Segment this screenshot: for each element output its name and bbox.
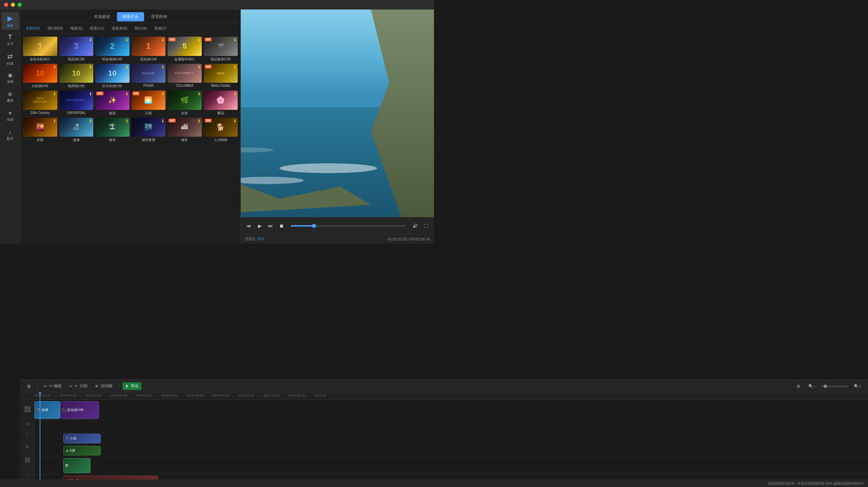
list-item[interactable]: 5 VIP ⬇ 金属圆环倒计: [167, 37, 202, 62]
sidebar-item-overlay[interactable]: ⊕ 叠附: [1, 88, 19, 106]
sidebar-label-transition: 转场: [7, 61, 14, 66]
sidebar-item-animation[interactable]: ✦ 动画: [1, 107, 19, 125]
download-badge: ⬇: [161, 65, 164, 70]
list-item[interactable]: 🌿 ⬇ 自然: [167, 91, 202, 116]
stop-button[interactable]: ⏹: [277, 222, 285, 230]
list-item[interactable]: 1 ⬇ 流光倒计时: [132, 37, 166, 62]
media-label: 人与狗狗: [204, 138, 238, 142]
media-label: 自然: [167, 111, 202, 116]
media-label: 金属圆环倒计: [167, 57, 202, 62]
media-thumb: 20THCENTURY ⬇: [23, 91, 57, 110]
cat-all[interactable]: 全部(43): [23, 25, 43, 32]
preview-panel: ⏮ ▶ ⏭ ⏹ 🔊 ⛶ 宽高比 16:9 00:00:02.63 / 00:02…: [241, 9, 434, 244]
cat-scenery[interactable]: 风景(11): [87, 25, 107, 32]
materials-icon: ▶: [7, 14, 13, 22]
overlay-icon: ⊕: [8, 91, 12, 97]
thumb-preview: 1: [23, 37, 57, 56]
thumb-preview: 🌇: [23, 118, 57, 137]
thumb-preview: 1: [132, 37, 166, 56]
list-item[interactable]: 🌇 ⬇ 夕阳: [23, 118, 57, 143]
sidebar-label-animation: 动画: [7, 117, 14, 122]
list-item[interactable]: 🎬 VIP ⬇ 场记板倒计时: [204, 37, 238, 62]
media-thumb: UNIVERSAL ⬇: [59, 91, 94, 110]
thumb-preview: 10: [23, 64, 57, 83]
cat-progress[interactable]: 进度条(5): [109, 25, 130, 32]
titlebar: [0, 0, 434, 9]
sidebar-label-materials: 素材: [7, 23, 14, 28]
list-item[interactable]: 2 ⬇ 科技感倒计时: [95, 37, 130, 62]
download-badge: ⬇: [197, 92, 201, 96]
fullscreen-button[interactable]: ⛶: [422, 222, 430, 230]
sidebar-item-music[interactable]: ♪ 配乐: [1, 126, 19, 144]
maximize-button[interactable]: [18, 3, 22, 7]
list-item[interactable]: 10 ⬇ 电焊倒计时: [59, 64, 94, 89]
list-item[interactable]: 3 ⬇ 电流倒计时: [59, 37, 94, 62]
sidebar-item-filter[interactable]: ◉ 滤镜: [1, 69, 19, 87]
aspect-ratio-value: 16:9: [257, 237, 264, 241]
list-item[interactable]: 20THCENTURY ⬇ 20th Century: [23, 91, 57, 116]
media-thumb: 2 ⬇: [95, 37, 130, 56]
tab-featured[interactable]: 精美片头: [117, 12, 144, 21]
media-label: 科技感倒计时: [95, 57, 130, 62]
list-item[interactable]: MGM VIP ⬇ Metro Goldw: [204, 64, 238, 89]
list-item[interactable]: ✨ VIP ⬇ 烟花: [95, 91, 130, 116]
minimize-button[interactable]: [11, 3, 15, 7]
current-time: 00:00:02.63: [388, 237, 407, 241]
download-badge: ⬇: [125, 119, 129, 123]
sidebar-item-text[interactable]: T 文字: [1, 31, 19, 49]
media-label: 电焊倒计时: [59, 84, 94, 89]
music-icon: ♪: [9, 129, 12, 135]
download-badge: ⬇: [53, 92, 56, 96]
media-thumb: ✨ VIP ⬇: [95, 91, 130, 110]
svg-point-3: [279, 163, 377, 173]
media-label: COLUMBIA: [167, 84, 202, 87]
thumb-preview: 🌿: [167, 91, 202, 110]
list-item[interactable]: 🏖 ⬇ 海滩: [59, 118, 94, 143]
media-label: PIXAR: [132, 84, 166, 87]
list-item[interactable]: 🏙 VIP ⬇ 城市: [167, 118, 202, 143]
media-grid: 1 ⬇ 金色光影倒计 3 ⬇ 电流倒计时 2 ⬇ 科技感倒计时: [20, 34, 240, 145]
download-badge: ⬇: [233, 92, 237, 96]
sidebar-item-transition[interactable]: ⇄ 转场: [1, 50, 19, 68]
sidebar: ▶ 素材 T 文字 ⇄ 转场 ◉ 滤镜 ⊕ 叠附 ✦ 动画 ♪ 配乐: [0, 9, 20, 244]
list-item[interactable]: 🐕 VIP ⬇ 人与狗狗: [204, 118, 238, 143]
media-label: 日落: [132, 111, 166, 116]
transition-icon: ⇄: [7, 52, 13, 60]
close-button[interactable]: [4, 3, 8, 7]
cat-movie[interactable]: 电影(5): [68, 25, 85, 32]
list-item[interactable]: 🌃 ⬇ 城市夜景: [132, 118, 166, 143]
tab-local[interactable]: 本地素材: [88, 12, 116, 21]
skip-back-button[interactable]: ⏮: [245, 222, 253, 230]
media-label: 火焰倒计时: [23, 84, 57, 89]
list-item[interactable]: 🌸 ⬇ 樱花: [204, 91, 238, 116]
cat-travel[interactable]: 旅行(6): [132, 25, 149, 32]
progress-bar[interactable]: [291, 225, 406, 227]
cat-countdown[interactable]: 倒计时(9): [45, 25, 66, 32]
list-item[interactable]: 🌅 VIP ⬇ 日落: [132, 91, 166, 116]
play-button[interactable]: ▶: [256, 222, 264, 230]
skip-forward-button[interactable]: ⏭: [267, 222, 275, 230]
media-thumb: 5 VIP ⬇: [167, 37, 202, 56]
tab-background[interactable]: 背景样例: [145, 12, 173, 21]
download-badge: ⬇: [53, 38, 56, 42]
media-thumb: 🎬 VIP ⬇: [204, 37, 238, 56]
list-item[interactable]: COLUMBIA ⬇ COLUMBIA: [167, 64, 202, 89]
media-thumb: 10 ⬇: [23, 64, 57, 83]
sidebar-item-materials[interactable]: ▶ 素材: [1, 12, 19, 30]
volume-button[interactable]: 🔊: [411, 222, 419, 230]
list-item[interactable]: PIXAR ⬇ PIXAR: [132, 64, 166, 89]
media-label: 夕阳: [23, 138, 57, 142]
download-badge: ⬇: [89, 38, 92, 42]
media-label: 金色光影倒计: [23, 57, 57, 62]
list-item[interactable]: 1 ⬇ 金色光影倒计: [23, 37, 57, 62]
cat-other[interactable]: 其他(7): [152, 25, 169, 32]
list-item[interactable]: 10 ⬇ 火焰倒计时: [23, 64, 57, 89]
media-label: UNIVERSAL: [59, 111, 94, 115]
list-item[interactable]: 10 ⬇ 水与冰倒计时: [95, 64, 130, 89]
list-item[interactable]: 🏝 ⬇ 海岛: [95, 118, 130, 143]
media-label: 城市夜景: [132, 138, 166, 142]
download-badge: ⬇: [197, 38, 201, 42]
media-thumb: PIXAR ⬇: [132, 64, 166, 83]
time-display: 00:00:02.63 / 00:02:04.38: [388, 237, 430, 241]
list-item[interactable]: UNIVERSAL ⬇ UNIVERSAL: [59, 91, 94, 116]
